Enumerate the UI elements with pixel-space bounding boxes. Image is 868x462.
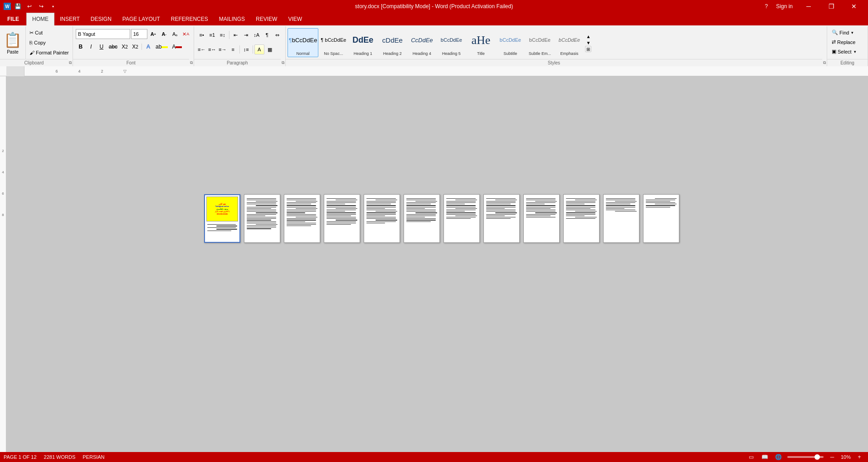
zoom-out-button[interactable]: ─ <box>827 453 837 461</box>
paste-icon: 📋 <box>4 31 22 49</box>
styles-scroll-up[interactable]: ▲ <box>585 33 591 39</box>
text-highlight-button[interactable]: ab <box>154 42 170 52</box>
tab-mailings[interactable]: MAILINGS <box>214 13 250 25</box>
styles-expand-icon[interactable]: ⧉ <box>822 60 827 65</box>
shrink-font-button[interactable]: A- <box>159 29 169 39</box>
close-button[interactable]: ✕ <box>844 0 864 13</box>
cut-button[interactable]: ✂ Cut <box>28 29 71 37</box>
sort-button[interactable]: ↕A <box>252 30 262 40</box>
style-emphasis[interactable]: bCcDdEe Emphasis <box>555 28 584 57</box>
grow-font-button[interactable]: A+ <box>148 29 158 39</box>
decrease-indent-button[interactable]: ⇤ <box>231 30 241 40</box>
italic-button[interactable]: I <box>86 42 96 52</box>
ruler-mark-6: 6 <box>45 69 68 74</box>
save-button[interactable]: 💾 <box>13 1 23 11</box>
paragraph-expand-icon[interactable]: ⧉ <box>281 60 285 65</box>
bullets-button[interactable]: ≡• <box>197 30 207 40</box>
page-2 <box>244 194 280 243</box>
shading-button[interactable]: A <box>254 44 264 54</box>
paste-button[interactable]: 📋 Paste <box>0 26 26 59</box>
change-case-button[interactable]: Aₐ <box>170 29 180 39</box>
align-center-button[interactable]: ≡↔ <box>207 44 217 54</box>
tab-home[interactable]: HOME <box>26 13 54 25</box>
style-subtitle[interactable]: bCcDdEe Subtitle <box>496 28 525 57</box>
increase-indent-button[interactable]: ⇥ <box>241 30 251 40</box>
style-heading1[interactable]: DdEe Heading 1 <box>348 28 377 57</box>
zoom-slider[interactable] <box>787 456 824 458</box>
find-icon: 🔍 <box>832 29 838 35</box>
tab-page-layout[interactable]: PAGE LAYOUT <box>117 13 166 25</box>
select-icon: ▣ <box>832 49 836 54</box>
tab-file[interactable]: FILE <box>0 13 26 25</box>
sign-in-button[interactable]: Sign in <box>772 2 796 10</box>
redo-button[interactable]: ↪ <box>36 1 46 11</box>
style-normal[interactable]: ¶ bCcDdEe Normal <box>288 28 319 57</box>
web-layout-view-button[interactable]: 🌐 <box>774 453 784 461</box>
zoom-in-button[interactable]: + <box>854 453 864 461</box>
styles-more[interactable]: ⊞ <box>585 46 591 52</box>
zoom-level: 10% <box>841 454 851 460</box>
bold-button[interactable]: B <box>76 42 86 52</box>
select-button[interactable]: ▣ Select ▾ <box>829 47 866 56</box>
border-button[interactable]: ▦ <box>265 44 275 54</box>
page-1: تبلیغ آنلاین Tablighat.online مرجع داطلس… <box>204 194 240 243</box>
show-formatting-button[interactable]: ¶ <box>262 30 272 40</box>
style-heading4[interactable]: CcDdEe Heading 4 <box>407 28 436 57</box>
tab-review[interactable]: REVIEW <box>250 13 283 25</box>
page-7 <box>444 194 480 243</box>
undo-button[interactable]: ↩ <box>24 1 34 11</box>
word-icon: W <box>4 3 11 10</box>
print-layout-view-button[interactable]: ▭ <box>746 453 756 461</box>
replace-button[interactable]: ⇄ Replace <box>829 38 866 46</box>
multilevel-button[interactable]: ≡↕ <box>218 30 228 40</box>
tab-references[interactable]: REFERENCES <box>166 13 214 25</box>
align-left-button[interactable]: ≡← <box>197 44 207 54</box>
quick-access-dropdown[interactable]: ▾ <box>48 1 58 11</box>
find-dropdown-icon[interactable]: ▾ <box>851 30 853 35</box>
format-painter-button[interactable]: 🖌 Format Painter <box>28 49 71 56</box>
style-subtle-emphasis[interactable]: bCcDdEe Subtle Em... <box>525 28 554 57</box>
clear-format-button[interactable]: ✕A <box>181 29 191 39</box>
clipboard-expand-icon[interactable]: ⧉ <box>68 60 73 65</box>
page-4 <box>324 194 360 243</box>
page-3 <box>284 194 320 243</box>
font-size-input[interactable] <box>131 29 147 39</box>
font-expand-icon[interactable]: ⧉ <box>189 60 194 65</box>
paragraph-group-label: Paragraph <box>194 59 281 66</box>
style-heading2[interactable]: cDdEe Heading 2 <box>378 28 407 57</box>
ruler-mark-4: 4 <box>68 69 91 74</box>
minimize-button[interactable]: ─ <box>798 0 819 13</box>
find-button[interactable]: 🔍 Find ▾ <box>829 28 866 37</box>
restore-button[interactable]: ❐ <box>821 0 842 13</box>
tab-insert[interactable]: INSERT <box>54 13 85 25</box>
style-title[interactable]: aHe Title <box>466 28 495 57</box>
tab-view[interactable]: VIEW <box>283 13 307 25</box>
style-heading5[interactable]: bCcDdEe Heading 5 <box>437 28 466 57</box>
paste-label: Paste <box>7 49 19 54</box>
subscript-button[interactable]: X2 <box>120 42 130 52</box>
read-mode-view-button[interactable]: 📖 <box>760 453 770 461</box>
underline-button[interactable]: U <box>97 42 107 52</box>
copy-button[interactable]: ⎘ Copy <box>28 39 71 46</box>
styles-scroll-down[interactable]: ▼ <box>585 39 591 46</box>
page-10 <box>563 194 600 243</box>
bidi-button[interactable]: ⇔ <box>273 30 283 40</box>
text-effect-button[interactable]: A <box>143 42 153 52</box>
ruler-tab-stop[interactable]: ▽ <box>113 69 136 74</box>
align-right-button[interactable]: ≡→ <box>218 44 228 54</box>
line-spacing-button[interactable]: ↕≡ <box>241 44 251 54</box>
font-color-button[interactable]: A <box>170 42 184 52</box>
numbering-button[interactable]: ≡1 <box>207 30 217 40</box>
superscript-button[interactable]: X2 <box>130 42 140 52</box>
cut-icon: ✂ <box>29 30 34 36</box>
strikethrough-button[interactable]: abc <box>107 42 119 52</box>
select-dropdown-icon[interactable]: ▾ <box>854 49 856 54</box>
help-button[interactable]: ? <box>762 3 771 10</box>
language-status: PERSIAN <box>83 454 104 460</box>
font-name-input[interactable] <box>76 29 130 39</box>
page-9 <box>523 194 560 243</box>
font-group-label: Font <box>73 59 189 66</box>
tab-design[interactable]: DESIGN <box>85 13 117 25</box>
style-no-spacing[interactable]: ¶ bCcDdEe No Spac... <box>319 28 348 57</box>
justify-button[interactable]: ≡ <box>228 44 238 54</box>
